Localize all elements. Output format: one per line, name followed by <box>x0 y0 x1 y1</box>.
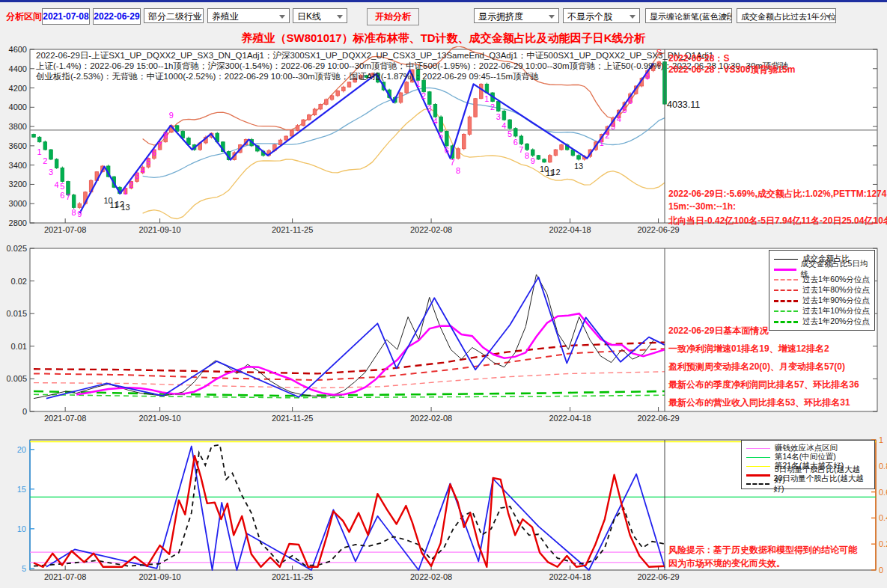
svg-text:7: 7 <box>66 192 70 201</box>
chevron-down-icon <box>722 15 728 19</box>
svg-text:3: 3 <box>49 168 53 177</box>
svg-text:4: 4 <box>55 180 59 189</box>
svg-text:1: 1 <box>879 436 883 444</box>
svg-text:8: 8 <box>72 208 76 217</box>
svg-text:1: 1 <box>124 187 128 196</box>
svg-text:15: 15 <box>17 485 26 494</box>
svg-text:1: 1 <box>415 79 420 88</box>
svg-text:0: 0 <box>22 407 27 416</box>
svg-text:2021-07-08: 2021-07-08 <box>44 572 86 581</box>
svg-text:2021-11-25: 2021-11-25 <box>272 572 313 581</box>
svg-text:4: 4 <box>617 114 621 123</box>
legend-item: 过去1年60%分位点 <box>774 275 870 285</box>
svg-text:2022-06-29: 2022-06-29 <box>637 414 679 423</box>
chevron-down-icon <box>630 15 635 19</box>
svg-text:6: 6 <box>513 138 518 147</box>
svg-text:9: 9 <box>645 72 650 81</box>
svg-text:2: 2 <box>490 102 495 111</box>
svg-text:10: 10 <box>17 524 26 533</box>
line-sample-icon <box>774 300 798 302</box>
svg-text:3: 3 <box>496 112 501 121</box>
svg-text:0.6: 0.6 <box>879 488 887 497</box>
page-title: 养殖业（SW801017）标准布林带、TD计数、成交金额占比及动能因子日K线分析 <box>0 31 887 46</box>
kline-type-select[interactable]: 日K线 <box>293 8 347 23</box>
show-stocks-select[interactable]: 不显示个股 <box>563 8 640 23</box>
svg-text:2: 2 <box>421 91 426 100</box>
turnover-legend: 成交金额占比 成交金额占比5日均线 过去1年60%分位点 过去1年80%分位点 … <box>769 250 875 331</box>
svg-text:1: 1 <box>37 147 42 156</box>
industry-select[interactable]: 养殖业 <box>207 8 290 23</box>
svg-text:7: 7 <box>158 141 162 150</box>
svg-text:3: 3 <box>611 122 615 131</box>
svg-text:3400: 3400 <box>9 161 27 170</box>
svg-text:2022-04-18: 2022-04-18 <box>549 572 591 581</box>
svg-text:4400: 4400 <box>9 64 27 73</box>
svg-text:9: 9 <box>77 209 82 218</box>
svg-text:0.02: 0.02 <box>11 277 27 286</box>
svg-text:2022-02-08: 2022-02-08 <box>410 414 452 423</box>
svg-text:7: 7 <box>519 145 523 154</box>
legend-item: 过去1年10%分位点 <box>774 306 870 316</box>
svg-text:2: 2 <box>129 180 133 189</box>
industry-level-select[interactable]: 部分二级行业 <box>144 8 204 23</box>
momentum-legend: 赚钱效应冰点区间 第14名(中间位置) 第21名(越大越不好) 5日动量个股占比… <box>741 440 875 489</box>
svg-text:4000: 4000 <box>9 102 27 111</box>
legend-item: 20日动量个股占比(越大越好) <box>746 480 870 489</box>
analyze-button[interactable]: 开始分析 <box>367 8 419 25</box>
svg-text:0.8: 0.8 <box>879 462 887 471</box>
svg-text:3200: 3200 <box>9 180 27 189</box>
line-sample-icon <box>774 279 798 281</box>
analysis-range-label: 分析区间 <box>6 10 42 23</box>
svg-text:8: 8 <box>163 131 168 140</box>
svg-text:8: 8 <box>456 166 460 175</box>
line-sample-icon <box>774 321 798 323</box>
legend-item: 过去1年90%分位点 <box>774 295 870 306</box>
svg-text:2800: 2800 <box>9 218 27 227</box>
chan-pen-select[interactable]: 显示缠论新笔(蓝色波段) <box>645 8 732 23</box>
line-sample-icon <box>746 474 770 477</box>
svg-text:2021-11-25: 2021-11-25 <box>272 414 313 423</box>
svg-text:3: 3 <box>135 171 139 180</box>
svg-text:2022-02-08: 2022-02-08 <box>410 572 452 581</box>
svg-text:3: 3 <box>427 104 432 113</box>
svg-text:3000: 3000 <box>9 199 27 208</box>
svg-text:5: 5 <box>439 131 443 140</box>
chevron-down-icon <box>549 15 555 19</box>
line-sample-icon <box>774 259 798 260</box>
svg-text:2: 2 <box>43 156 47 165</box>
percentile-select[interactable]: 成交金额占比过去1年分位点 <box>737 8 836 23</box>
svg-text:6: 6 <box>628 97 633 105</box>
svg-text:0.015: 0.015 <box>6 309 27 318</box>
svg-text:1: 1 <box>600 138 604 147</box>
turnover-chart: 00.0050.010.0150.020.0252021-07-082021-0… <box>0 243 887 430</box>
svg-text:9: 9 <box>169 111 174 120</box>
svg-text:5: 5 <box>507 129 512 138</box>
svg-text:9: 9 <box>531 156 535 165</box>
svg-text:0.005: 0.005 <box>6 374 27 383</box>
svg-text:2022-04-18: 2022-04-18 <box>549 225 591 233</box>
chevron-down-icon <box>826 15 832 19</box>
svg-text:0.4: 0.4 <box>879 513 887 522</box>
svg-text:0.025: 0.025 <box>6 244 27 253</box>
svg-text:6: 6 <box>445 146 449 155</box>
svg-text:2: 2 <box>605 131 609 140</box>
svg-text:2022-02-08: 2022-02-08 <box>410 225 452 233</box>
svg-text:5: 5 <box>60 182 64 191</box>
chevron-down-icon <box>193 15 199 19</box>
svg-text:20: 20 <box>17 445 26 454</box>
svg-text:2021-09-10: 2021-09-10 <box>138 225 180 233</box>
kline-chart: 2800300032003400360038004000420044004600… <box>0 46 887 233</box>
end-date-input[interactable]: 2022-06-29 <box>93 8 141 25</box>
chevron-down-icon <box>279 15 285 19</box>
legend-item: 过去1年20%分位点 <box>774 316 870 327</box>
svg-text:3800: 3800 <box>9 122 27 131</box>
crowding-select[interactable]: 显示拥挤度 <box>474 8 559 23</box>
svg-text:2022-04-18: 2022-04-18 <box>549 414 591 423</box>
start-date-input[interactable]: 2021-07-08 <box>42 8 90 25</box>
svg-text:0.2: 0.2 <box>879 539 887 548</box>
svg-text:2021-07-08: 2021-07-08 <box>44 414 86 423</box>
line-sample-icon <box>746 466 770 467</box>
line-sample-icon <box>774 290 798 291</box>
line-sample-icon <box>746 448 770 449</box>
line-sample-icon <box>746 457 770 458</box>
